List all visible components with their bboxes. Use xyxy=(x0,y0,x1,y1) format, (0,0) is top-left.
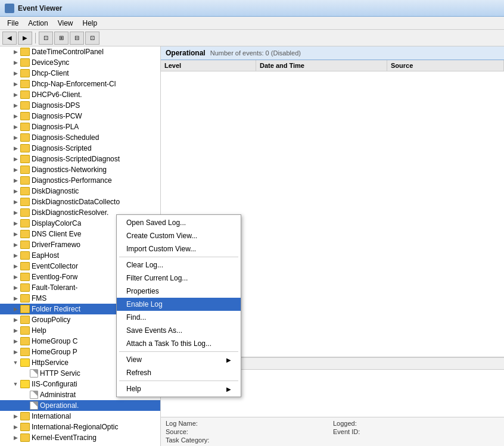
info-event-id: Event ID: xyxy=(333,428,499,435)
task-category-label: Task Category: xyxy=(166,436,209,444)
tree-item-International[interactable]: ▶International xyxy=(0,411,160,422)
tree-item-DiskDiagnosticDataCollecto[interactable]: ▶DiskDiagnosticDataCollecto xyxy=(0,197,160,207)
expand-icon: ▶ xyxy=(11,295,20,301)
context-menu-item-find[interactable]: Find... xyxy=(117,311,241,324)
col-date: Date and Time xyxy=(256,60,387,71)
folder-icon xyxy=(20,69,30,77)
expand-icon: ▶ xyxy=(11,199,20,205)
tree-item-Operational[interactable]: Operational. xyxy=(0,400,160,411)
context-menu-item-import-custom-view[interactable]: Import Custom View... xyxy=(117,242,241,255)
expand-icon: ▶ xyxy=(11,188,20,194)
tree-label: Diagnosis-Scheduled xyxy=(32,133,99,142)
context-menu-item-filter-current-log[interactable]: Filter Current Log... xyxy=(117,272,241,285)
expand-icon: ▶ xyxy=(11,49,20,55)
submenu-arrow-icon: ▶ xyxy=(226,357,231,363)
expand-icon: ▶ xyxy=(11,317,20,323)
folder-icon xyxy=(20,208,30,217)
col-source: Source xyxy=(387,60,504,71)
context-menu-item-attach-task[interactable]: Attach a Task To this Log... xyxy=(117,337,241,350)
menu-help[interactable]: Help xyxy=(78,18,102,29)
submenu-arrow-icon: ▶ xyxy=(226,386,231,392)
tree-item-International-RegionalOptic[interactable]: ▶International-RegionalOptic xyxy=(0,422,160,432)
expand-icon: ▶ xyxy=(11,220,20,226)
toolbar-back[interactable]: ◀ xyxy=(2,32,17,45)
tree-label: FMS xyxy=(32,294,46,302)
context-menu-label: Create Custom View... xyxy=(126,232,197,240)
tree-item-Kernel-EventTracing[interactable]: ▶Kernel-EventTracing xyxy=(0,432,160,443)
folder-icon xyxy=(20,112,30,120)
context-menu-label: Attach a Task To this Log... xyxy=(126,339,211,348)
context-menu-item-create-custom-view[interactable]: Create Custom View... xyxy=(117,229,241,242)
expand-icon: ▶ xyxy=(11,70,20,76)
folder-icon xyxy=(20,166,30,174)
menu-file[interactable]: File xyxy=(2,18,23,29)
folder-icon xyxy=(20,326,30,335)
context-menu-item-view[interactable]: View▶ xyxy=(117,353,241,366)
tree-item-Diagnosis-PCW[interactable]: ▶Diagnosis-PCW xyxy=(0,111,160,121)
window-title: Event Viewer xyxy=(18,4,62,13)
tree-label: DiskDiagnosticResolver. xyxy=(32,208,108,217)
tree-label: HttpService xyxy=(32,358,69,367)
tree-item-DeviceSync[interactable]: ▶DeviceSync xyxy=(0,57,160,68)
context-menu-item-properties[interactable]: Properties xyxy=(117,285,241,298)
toolbar-up[interactable]: ⊡ xyxy=(39,32,53,45)
expand-icon: ▶ xyxy=(11,349,20,355)
tree-item-Diagnosis-ScriptedDiagnost[interactable]: ▶Diagnosis-ScriptedDiagnost xyxy=(0,154,160,164)
menu-view[interactable]: View xyxy=(53,18,78,29)
folder-icon xyxy=(20,187,30,195)
folder-icon xyxy=(20,241,30,249)
folder-icon xyxy=(20,423,30,431)
tree-item-Diagnostics-Performance[interactable]: ▶Diagnostics-Performance xyxy=(0,175,160,186)
menu-action[interactable]: Action xyxy=(23,18,52,29)
expand-icon: ▶ xyxy=(11,92,20,98)
context-menu-label: Import Custom View... xyxy=(126,245,196,253)
expand-icon: ▶ xyxy=(11,413,20,419)
toolbar-btn2[interactable]: ⊞ xyxy=(54,32,69,45)
context-menu-item-enable-log[interactable]: Enable Log xyxy=(117,298,241,311)
tree-item-Diagnosis-PLA[interactable]: ▶Diagnosis-PLA xyxy=(0,121,160,132)
expand-icon: ▶ xyxy=(11,306,20,312)
folder-icon xyxy=(20,91,30,99)
tree-label: Diagnosis-Scripted xyxy=(32,144,92,152)
toolbar: ◀ ▶ ⊡ ⊞ ⊟ ⊡ xyxy=(0,30,504,46)
tree-label: DateTimeControlPanel xyxy=(32,48,104,56)
folder-icon xyxy=(20,251,30,260)
context-menu-item-clear-log[interactable]: Clear Log... xyxy=(117,258,241,272)
logged-label: Logged: xyxy=(333,420,357,427)
folder-icon xyxy=(20,358,30,367)
toolbar-forward[interactable]: ▶ xyxy=(18,32,32,45)
tree-item-DHCPv6-Client[interactable]: ▶DHCPv6-Client. xyxy=(0,89,160,100)
tree-label: GroupPolicy xyxy=(32,316,70,324)
source-label: Source: xyxy=(166,428,188,435)
tree-label: DHCPv6-Client. xyxy=(32,91,82,99)
info-source: Source: xyxy=(166,428,332,435)
tree-item-Diagnosis-Scripted[interactable]: ▶Diagnosis-Scripted xyxy=(0,143,160,154)
document-icon xyxy=(30,369,38,378)
toolbar-btn4[interactable]: ⊡ xyxy=(85,32,99,45)
expand-icon: ▶ xyxy=(11,156,20,162)
context-menu-item-open-saved-log[interactable]: Open Saved Log... xyxy=(117,216,241,229)
expand-icon: ▶ xyxy=(11,167,20,173)
context-menu-item-refresh[interactable]: Refresh xyxy=(117,366,241,379)
folder-icon xyxy=(20,219,30,227)
context-menu-item-help[interactable]: Help▶ xyxy=(117,382,241,395)
expand-icon: ▶ xyxy=(11,435,20,441)
main-container: ▶DateTimeControlPanel▶DeviceSync▶Dhcp-Cl… xyxy=(0,46,504,446)
tree-item-Diagnosis-Scheduled[interactable]: ▶Diagnosis-Scheduled xyxy=(0,132,160,143)
tree-item-Diagnosis-DPS[interactable]: ▶Diagnosis-DPS xyxy=(0,100,160,111)
expand-icon: ▶ xyxy=(11,81,20,87)
tree-item-Dhcp-Client[interactable]: ▶Dhcp-Client xyxy=(0,68,160,79)
toolbar-btn3[interactable]: ⊟ xyxy=(70,32,84,45)
tree-label: Diagnostics-Networking xyxy=(32,166,107,174)
context-menu-label: View xyxy=(126,355,142,364)
expand-icon: ▶ xyxy=(11,263,20,269)
app-icon xyxy=(5,4,14,13)
tree-item-Dhcp-Nap-Enforcement-Cl[interactable]: ▶Dhcp-Nap-Enforcement-Cl xyxy=(0,79,160,89)
events-body xyxy=(161,71,504,167)
tree-item-DateTimeControlPanel[interactable]: ▶DateTimeControlPanel xyxy=(0,46,160,57)
tree-item-Diagnostics-Networking[interactable]: ▶Diagnostics-Networking xyxy=(0,164,160,175)
context-menu-item-save-events-as[interactable]: Save Events As... xyxy=(117,324,241,337)
tree-label: Dhcp-Client xyxy=(32,69,69,77)
folder-icon xyxy=(20,283,30,292)
tree-item-DiskDiagnostic[interactable]: ▶DiskDiagnostic xyxy=(0,186,160,197)
